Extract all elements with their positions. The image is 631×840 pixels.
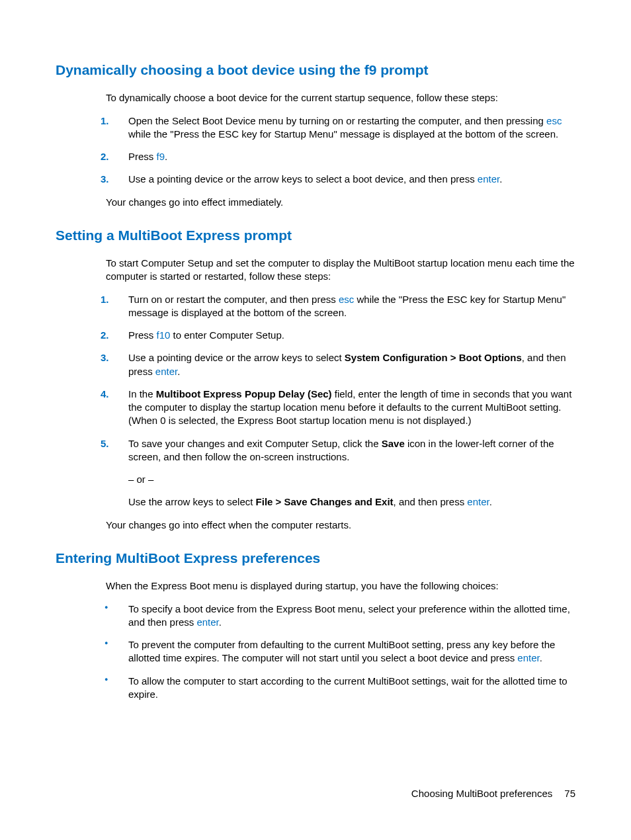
menu-path: File > Save Changes and Exit bbox=[256, 496, 394, 507]
step-item: 3. Use a pointing device or the arrow ke… bbox=[101, 351, 575, 378]
bullet-text: . bbox=[540, 652, 542, 663]
list-item: To prevent the computer from defaulting … bbox=[101, 638, 575, 665]
field-name: Multiboot Express Popup Delay (Sec) bbox=[156, 388, 332, 399]
step-number: 1. bbox=[101, 293, 109, 306]
steps-list: 1. Open the Select Boot Device menu by t… bbox=[101, 114, 575, 187]
step-text: Use a pointing device or the arrow keys … bbox=[128, 352, 345, 363]
heading-multiboot-prefs: Entering MultiBoot Express preferences bbox=[56, 549, 575, 567]
step-text: , and then press bbox=[394, 496, 468, 507]
menu-path: System Configuration > Boot Options bbox=[345, 352, 522, 363]
alt-instruction: Use the arrow keys to select File > Save… bbox=[128, 495, 575, 509]
bullet-text: To specify a boot device from the Expres… bbox=[128, 603, 570, 628]
heading-multiboot-prompt: Setting a MultiBoot Express prompt bbox=[56, 226, 575, 245]
heading-dynamic-boot: Dynamically choosing a boot device using… bbox=[56, 61, 575, 79]
key-esc: esc bbox=[339, 294, 354, 305]
key-esc: esc bbox=[546, 115, 562, 126]
step-item: 2. Press f9. bbox=[101, 150, 575, 163]
key-enter: enter bbox=[467, 496, 489, 507]
step-text: In the bbox=[128, 388, 156, 399]
bullet-text: To allow the computer to start according… bbox=[128, 675, 568, 700]
key-f10: f10 bbox=[157, 329, 171, 341]
icon-name-save: Save bbox=[382, 438, 405, 449]
step-text: Use a pointing device or the arrow keys … bbox=[128, 173, 478, 185]
step-text: To save your changes and exit Computer S… bbox=[128, 438, 382, 449]
bullet-text: . bbox=[219, 616, 222, 628]
step-item: 3. Use a pointing device or the arrow ke… bbox=[101, 173, 575, 186]
step-number: 2. bbox=[101, 329, 109, 342]
list-item: To allow the computer to start according… bbox=[101, 675, 575, 702]
step-item: 2. Press f10 to enter Computer Setup. bbox=[101, 329, 575, 342]
after-text: Your changes go into effect when the com… bbox=[106, 519, 575, 532]
key-enter: enter bbox=[155, 366, 177, 377]
step-text: to enter Computer Setup. bbox=[170, 329, 284, 341]
step-text: . bbox=[177, 366, 180, 377]
step-item: 5. To save your changes and exit Compute… bbox=[101, 437, 575, 509]
bullet-text: To prevent the computer from defaulting … bbox=[128, 639, 555, 663]
step-item: 1. Open the Select Boot Device menu by t… bbox=[101, 114, 575, 142]
step-number: 4. bbox=[101, 388, 109, 401]
step-text: Use the arrow keys to select bbox=[128, 496, 256, 507]
key-enter: enter bbox=[517, 652, 539, 663]
step-text: Turn on or restart the computer, and the… bbox=[128, 294, 339, 305]
list-item: To specify a boot device from the Expres… bbox=[101, 603, 575, 630]
step-item: 4. In the Multiboot Express Popup Delay … bbox=[101, 388, 575, 428]
step-number: 5. bbox=[101, 437, 109, 450]
section-multiboot-prefs: Entering MultiBoot Express preferences W… bbox=[56, 549, 575, 701]
key-f9: f9 bbox=[157, 151, 165, 162]
step-text: . bbox=[499, 173, 502, 185]
intro-text: When the Express Boot menu is displayed … bbox=[106, 579, 575, 593]
or-separator: – or – bbox=[128, 473, 575, 486]
page-number: 75 bbox=[564, 788, 575, 799]
footer-section-title: Choosing MultiBoot preferences bbox=[411, 788, 552, 799]
page-footer: Choosing MultiBoot preferences75 bbox=[411, 787, 575, 800]
key-enter: enter bbox=[478, 173, 499, 185]
steps-list: 1. Turn on or restart the computer, and … bbox=[101, 293, 575, 509]
section-dynamic-boot: Dynamically choosing a boot device using… bbox=[56, 61, 575, 209]
step-text: Open the Select Boot Device menu by turn… bbox=[128, 115, 546, 126]
step-number: 1. bbox=[101, 114, 109, 128]
bullet-list: To specify a boot device from the Expres… bbox=[101, 603, 575, 702]
step-number: 3. bbox=[101, 173, 109, 186]
step-number: 2. bbox=[101, 150, 109, 163]
intro-text: To dynamically choose a boot device for … bbox=[106, 91, 575, 105]
step-text: Press bbox=[128, 151, 157, 162]
after-text: Your changes go into effect immediately. bbox=[106, 196, 575, 209]
step-text: . bbox=[165, 151, 167, 162]
step-text: while the "Press the ESC key for Startup… bbox=[128, 128, 558, 140]
step-item: 1. Turn on or restart the computer, and … bbox=[101, 293, 575, 320]
section-multiboot-prompt: Setting a MultiBoot Express prompt To st… bbox=[56, 226, 575, 532]
step-text: . bbox=[489, 496, 492, 507]
step-text: Press bbox=[128, 329, 157, 341]
step-number: 3. bbox=[101, 351, 109, 364]
key-enter: enter bbox=[196, 616, 218, 628]
intro-text: To start Computer Setup and set the comp… bbox=[106, 257, 575, 284]
